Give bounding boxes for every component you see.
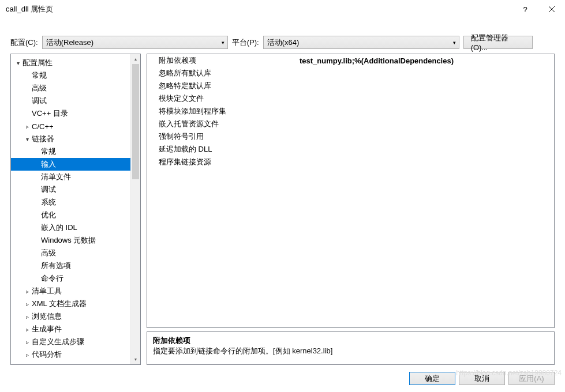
tree-item[interactable]: ▾配置属性: [11, 56, 140, 69]
tree-item[interactable]: 所有选项: [11, 259, 140, 272]
tree-panel: ▾配置属性常规高级调试VC++ 目录▹C/C++▾链接器常规输入清单文件调试系统…: [10, 54, 141, 365]
config-tree[interactable]: ▾配置属性常规高级调试VC++ 目录▹C/C++▾链接器常规输入清单文件调试系统…: [11, 54, 140, 364]
toolbar: 配置(C): 活动(Release) ▾ 平台(P): 活动(x64) ▾ 配置…: [0, 18, 565, 54]
config-manager-button[interactable]: 配置管理器(O)...: [463, 36, 533, 49]
property-row[interactable]: 延迟加载的 DLL: [147, 143, 554, 156]
tree-item[interactable]: 高级: [11, 247, 140, 259]
tree-item-label: 代码分析: [32, 349, 62, 360]
property-label: 将模块添加到程序集: [147, 106, 297, 116]
tree-item-label: 链接器: [32, 134, 54, 144]
expander-icon[interactable]: ▹: [24, 123, 31, 130]
tree-item[interactable]: ▹浏览信息: [11, 310, 140, 323]
tree-item[interactable]: 常规: [11, 69, 140, 82]
tree-item[interactable]: 命令行: [11, 272, 140, 285]
property-row[interactable]: 忽略所有默认库: [147, 67, 554, 80]
tree-item[interactable]: 系统: [11, 196, 140, 209]
dialog-footer: 确定 取消 应用(A): [409, 372, 555, 385]
property-row[interactable]: 程序集链接资源: [147, 156, 554, 168]
property-label: 模块定义文件: [147, 93, 297, 104]
tree-item[interactable]: ▾链接器: [11, 133, 140, 145]
property-row[interactable]: 附加依赖项test_numpy.lib;%(AdditionalDependen…: [147, 54, 554, 67]
tree-item-label: 常规: [41, 146, 56, 157]
tree-item[interactable]: 嵌入的 IDL: [11, 221, 140, 234]
expander-icon[interactable]: ▾: [24, 136, 31, 142]
property-label: 附加依赖项: [147, 55, 297, 66]
tree-item-label: 调试: [41, 184, 56, 195]
scroll-down-icon[interactable]: ▾: [131, 355, 140, 364]
tree-item-label: C/C++: [32, 122, 54, 131]
property-row[interactable]: 将模块添加到程序集: [147, 105, 554, 118]
tree-item[interactable]: Windows 元数据: [11, 234, 140, 247]
property-label: 忽略所有默认库: [147, 68, 297, 78]
tree-item-label: 系统: [41, 197, 56, 208]
description-text: 指定要添加到链接命令行的附加项。[例如 kernel32.lib]: [153, 346, 548, 356]
tree-item-label: 配置属性: [23, 58, 53, 68]
tree-item[interactable]: ▹自定义生成步骤: [11, 336, 140, 348]
tree-item[interactable]: ▹C/C++: [11, 120, 140, 133]
property-value[interactable]: test_numpy.lib;%(AdditionalDependencies): [297, 56, 554, 65]
config-combo[interactable]: 活动(Release) ▾: [42, 36, 228, 49]
description-title: 附加依赖项: [153, 336, 548, 346]
help-button[interactable]: ?: [512, 0, 538, 18]
cancel-button[interactable]: 取消: [459, 372, 505, 385]
scroll-up-icon[interactable]: ▴: [131, 54, 140, 64]
platform-combo[interactable]: 活动(x64) ▾: [263, 36, 459, 49]
expander-icon[interactable]: ▾: [14, 60, 21, 66]
platform-value: 活动(x64): [267, 37, 300, 48]
window-title: call_dll 属性页: [6, 4, 512, 14]
tree-item[interactable]: ▹XML 文档生成器: [11, 297, 140, 310]
scroll-thumb[interactable]: [132, 64, 139, 179]
ok-button[interactable]: 确定: [409, 372, 455, 385]
expander-icon[interactable]: ▹: [24, 339, 31, 345]
tree-item[interactable]: 调试: [11, 183, 140, 196]
tree-item-label: 高级: [41, 248, 56, 258]
tree-item[interactable]: 调试: [11, 95, 140, 107]
property-row[interactable]: 强制符号引用: [147, 130, 554, 143]
expander-icon[interactable]: ▹: [24, 352, 31, 358]
tree-item[interactable]: 清单文件: [11, 171, 140, 183]
tree-item-label: 生成事件: [32, 324, 62, 334]
apply-button[interactable]: 应用(A): [508, 372, 555, 385]
tree-item-label: 优化: [41, 210, 56, 220]
tree-item-label: 输入: [41, 159, 56, 169]
property-label: 忽略特定默认库: [147, 81, 297, 91]
tree-item[interactable]: 输入: [11, 158, 140, 171]
tree-item-label: 嵌入的 IDL: [41, 223, 77, 233]
expander-icon[interactable]: ▹: [24, 301, 31, 307]
property-row[interactable]: 忽略特定默认库: [147, 80, 554, 92]
property-grid[interactable]: 附加依赖项test_numpy.lib;%(AdditionalDependen…: [147, 54, 555, 328]
tree-item[interactable]: 优化: [11, 209, 140, 221]
description-panel: 附加依赖项 指定要添加到链接命令行的附加项。[例如 kernel32.lib]: [147, 331, 555, 365]
tree-item[interactable]: 常规: [11, 145, 140, 158]
expander-icon[interactable]: ▹: [24, 314, 31, 320]
titlebar: call_dll 属性页 ?: [0, 0, 565, 18]
tree-item-label: 命令行: [41, 273, 63, 284]
tree-item[interactable]: ▹清单工具: [11, 285, 140, 297]
tree-item-label: 高级: [32, 83, 47, 93]
tree-item-label: VC++ 目录: [32, 108, 68, 119]
config-value: 活动(Release): [46, 37, 93, 48]
property-label: 强制符号引用: [147, 131, 297, 142]
expander-icon[interactable]: ▹: [24, 326, 31, 333]
tree-scrollbar[interactable]: ▴ ▾: [130, 54, 140, 364]
right-panel: 附加依赖项test_numpy.lib;%(AdditionalDependen…: [147, 54, 555, 365]
tree-item-label: 自定义生成步骤: [32, 337, 84, 347]
property-label: 延迟加载的 DLL: [147, 144, 297, 154]
tree-item[interactable]: VC++ 目录: [11, 107, 140, 120]
tree-item[interactable]: ▹代码分析: [11, 348, 140, 361]
close-icon: [549, 6, 555, 12]
content-area: ▾配置属性常规高级调试VC++ 目录▹C/C++▾链接器常规输入清单文件调试系统…: [0, 54, 565, 365]
chevron-down-icon: ▾: [453, 40, 456, 46]
chevron-down-icon: ▾: [222, 40, 224, 46]
tree-item-label: 所有选项: [41, 261, 71, 271]
tree-item[interactable]: ▹生成事件: [11, 323, 140, 336]
property-row[interactable]: 嵌入托管资源文件: [147, 118, 554, 130]
tree-item-label: 调试: [32, 96, 47, 106]
close-button[interactable]: [538, 0, 565, 18]
platform-label: 平台(P):: [232, 37, 259, 48]
expander-icon[interactable]: ▹: [24, 288, 31, 295]
property-row[interactable]: 模块定义文件: [147, 92, 554, 105]
config-label: 配置(C):: [10, 37, 38, 48]
tree-item[interactable]: 高级: [11, 82, 140, 95]
tree-item-label: Windows 元数据: [41, 235, 96, 246]
